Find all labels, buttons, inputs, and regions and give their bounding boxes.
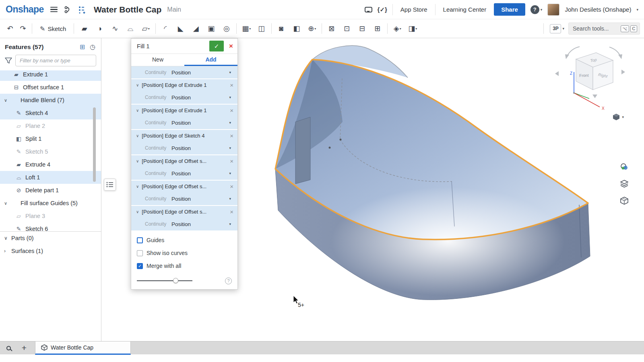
display-states-button[interactable] [618, 178, 630, 190]
caret-down-icon[interactable]: ▾ [229, 70, 231, 74]
resolution-slider[interactable] [137, 280, 192, 281]
remove-icon[interactable]: × [227, 183, 233, 190]
caret-down-icon[interactable]: ▾ [229, 222, 231, 226]
checkbox-row[interactable]: Show iso curves [131, 247, 237, 259]
caret-down-icon[interactable]: ▾ [636, 8, 638, 12]
revolve-icon[interactable]: ◑ [92, 22, 107, 35]
linear-pattern-icon[interactable]: ▦▾ [239, 22, 254, 35]
avatar[interactable] [547, 4, 559, 16]
checkbox[interactable]: ✓ [137, 263, 143, 269]
feature-item[interactable]: ▰ Extrude 1 [0, 70, 101, 81]
dialog-help-icon[interactable]: ? [225, 278, 232, 284]
remove-icon[interactable]: × [227, 132, 233, 139]
divider[interactable] [236, 23, 237, 34]
divider[interactable] [155, 23, 156, 34]
remove-icon[interactable]: × [227, 107, 233, 114]
featurescript-icon[interactable]: {✓} [378, 6, 387, 13]
edge-entry-row[interactable]: ∨ [Position] Edge of Offset s... × [131, 206, 237, 218]
insert-element-icon[interactable] [78, 6, 87, 14]
draft-icon[interactable]: ◢ [188, 22, 204, 35]
divider[interactable] [271, 23, 272, 34]
search-tabs-button[interactable] [6, 346, 11, 350]
continuity-select[interactable]: Position [171, 221, 191, 227]
custom-feature-3p-button[interactable]: 3P ▾ [550, 24, 564, 33]
continuity-select[interactable]: Position [171, 95, 191, 101]
continuity-select[interactable]: Position [171, 70, 191, 76]
rollback-clock-icon[interactable]: ◷ [90, 43, 95, 51]
rotate-down-arrow[interactable] [592, 95, 597, 98]
caret-down-icon[interactable]: ▾ [229, 146, 231, 150]
app-store-button[interactable]: App Store [398, 6, 430, 13]
divider[interactable] [322, 23, 322, 34]
remove-icon[interactable]: × [227, 208, 233, 215]
sheet-metal-icon[interactable]: ◨▾ [405, 22, 420, 35]
chevron-down-icon[interactable]: ∨ [136, 108, 139, 113]
boolean-icon[interactable]: ◙ [274, 22, 289, 35]
feature-filter-input[interactable] [15, 55, 96, 66]
chamfer-icon[interactable]: ◣ [173, 22, 188, 35]
checkbox-row[interactable]: Guides [131, 234, 237, 247]
feature-item[interactable]: ▱ Plane 2 [0, 119, 101, 132]
edge-entry-row[interactable]: ∨ [Position] Edge of Extrude 1 × [131, 79, 237, 91]
move-face-icon[interactable]: ⊡ [339, 22, 355, 35]
new-folder-icon[interactable]: ⊞ [80, 43, 85, 51]
configurations-button[interactable] [618, 195, 630, 207]
split-icon[interactable]: ◧ [289, 22, 304, 35]
help-icon[interactable]: ? [530, 5, 539, 14]
feature-item[interactable]: ▱ Plane 3 [0, 210, 101, 222]
continuity-select[interactable]: Position [171, 196, 191, 202]
chevron-down-icon[interactable]: ∨ [136, 159, 139, 163]
checkbox[interactable] [137, 237, 143, 243]
caret-down-icon[interactable]: ▾ [229, 95, 231, 99]
chevron-right-icon[interactable]: › [4, 248, 8, 254]
chevron-down-icon[interactable]: ∨ [4, 235, 8, 241]
checkbox-row[interactable]: ✓ Merge with all [131, 259, 237, 272]
caret-down-icon[interactable]: ▾ [229, 121, 231, 125]
user-menu[interactable]: John Desilets (Onshape) [565, 6, 631, 13]
edge-entry-row[interactable]: ∨ [Position] Edge of Offset s... × [131, 181, 237, 192]
appearance-button[interactable] [618, 161, 630, 173]
divider[interactable] [387, 23, 388, 34]
branch-name[interactable]: Main [167, 6, 181, 13]
chevron-icon[interactable]: ∨ [4, 98, 7, 103]
chevron-down-icon[interactable]: ∨ [136, 184, 139, 189]
view-options-button[interactable]: ▾ [612, 113, 624, 121]
feature-item[interactable]: ◧ Split 1 [0, 132, 101, 145]
transform-icon[interactable]: ⊕▾ [304, 22, 320, 35]
search-tools-input[interactable] [569, 25, 616, 32]
edge-entry-row[interactable]: ∨ [Position] Edge of Offset s... × [131, 155, 237, 167]
hole-icon[interactable]: ◎ [219, 22, 234, 35]
extrude-icon[interactable]: ▰ [77, 22, 92, 35]
surfaces-section[interactable]: › Surfaces (1) [0, 245, 101, 257]
edge-entry-row[interactable]: ∨ [Position] Edge of Sketch 4 × [131, 130, 237, 142]
feature-item[interactable]: ∨ Handle Blend (7) [0, 94, 101, 107]
feature-item[interactable]: ✎ Sketch 6 [0, 222, 101, 231]
edge-entry-row[interactable]: ∨ [Position] Edge of Extrude 1 × [131, 105, 237, 116]
feature-item[interactable]: ✎ Sketch 4 [0, 107, 101, 119]
chevron-down-icon[interactable]: ∨ [136, 210, 139, 214]
feature-item[interactable]: ⊟ Offset surface 1 [0, 81, 101, 94]
help-menu[interactable]: ? ▾ [530, 5, 543, 14]
loft-icon[interactable]: ⌓ [123, 22, 138, 35]
sweep-icon[interactable]: ∿ [107, 22, 123, 35]
chevron-icon[interactable]: ∨ [4, 201, 7, 206]
learning-center-button[interactable]: Learning Center [441, 6, 489, 13]
share-button[interactable]: Share [494, 3, 525, 16]
search-tools-field[interactable]: ⌥ C [568, 23, 640, 35]
feature-item[interactable]: ⌓ Loft 1 [0, 171, 101, 184]
sketch-button[interactable]: ✎ Sketch [35, 22, 71, 35]
sketch-point[interactable] [340, 139, 342, 141]
versions-icon[interactable] [64, 6, 73, 14]
remove-icon[interactable]: × [227, 158, 233, 165]
feature-item[interactable]: ⊘ Delete part 1 [0, 184, 101, 197]
mirror-icon[interactable]: ◫ [254, 22, 269, 35]
shell-icon[interactable]: ▣ [204, 22, 219, 35]
tab-add[interactable]: Add [184, 54, 237, 66]
delete-face-icon[interactable]: ⊠ [324, 22, 339, 35]
hamburger-menu-icon[interactable] [49, 5, 59, 14]
offset-surface-icon[interactable]: ⊞ [370, 22, 385, 35]
sketch-point[interactable] [329, 147, 331, 149]
view-cube[interactable]: Top Front Right Z X ▾ [554, 42, 626, 123]
continuity-select[interactable]: Position [171, 120, 191, 126]
fillet-icon[interactable]: ◜ [158, 22, 173, 35]
